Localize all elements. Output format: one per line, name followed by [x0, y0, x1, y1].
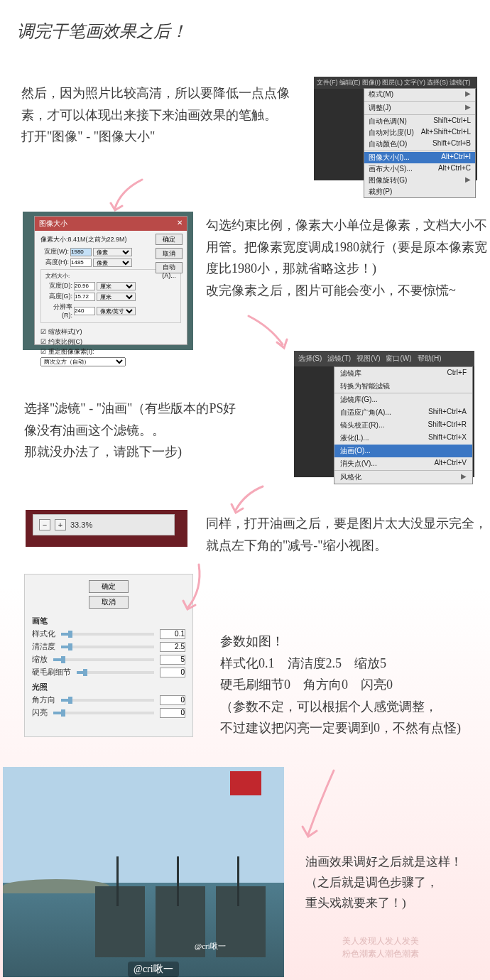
- menu-select2[interactable]: 选择(S): [298, 354, 322, 364]
- step5-text: 参数如图！ 样式化0.1 清洁度2.5 缩放5 硬毛刷细节0 角方向0 闪亮0 …: [220, 631, 483, 739]
- menu-item-crop[interactable]: 裁剪(P): [364, 186, 475, 197]
- angle-input[interactable]: [160, 695, 185, 705]
- constrain-checkbox[interactable]: ☑ 约束比例(C): [40, 337, 181, 347]
- cleanliness-slider[interactable]: [61, 646, 154, 648]
- width-unit[interactable]: 像素: [93, 248, 132, 256]
- menubar: 文件(F) 编辑(E) 图像(I) 图层(L) 文字(Y) 选择(S) 滤镜(T…: [314, 77, 477, 89]
- menu-item-autocontrast[interactable]: 自动对比度(U)Alt+Shift+Ctrl+L: [364, 127, 475, 138]
- angle-slider[interactable]: [61, 699, 154, 702]
- oil-cancel-button[interactable]: 取消: [89, 596, 129, 609]
- result-photo: @cri啾一: [3, 767, 284, 977]
- doc-width-input[interactable]: [74, 282, 95, 290]
- screenshot-imagesize-dialog: 图像大小 ✕ 确定 取消 自动(A)... 像素大小:8.41M(之前为22.9…: [23, 212, 193, 350]
- menu-filter[interactable]: 滤镜(T): [450, 78, 471, 87]
- close-icon[interactable]: ✕: [177, 219, 183, 229]
- resample-checkbox[interactable]: ☑ 重定图像像素(I):: [40, 347, 181, 356]
- step4-text: 同样，打开油画之后，要是图片太大没显示完全，就点左下角的"减号-"缩小视图。: [206, 513, 490, 556]
- watermark: 美人发现人发人发美 粉色潮素人潮色潮素: [342, 935, 419, 960]
- stylization-input[interactable]: [160, 629, 185, 639]
- menu-layer[interactable]: 图层(L): [382, 78, 403, 87]
- shine-slider[interactable]: [53, 712, 154, 714]
- screenshot-image-menu: 文件(F) 编辑(E) 图像(I) 图层(L) 文字(Y) 选择(S) 滤镜(T…: [314, 77, 477, 180]
- bristle-slider[interactable]: [77, 671, 154, 674]
- zoom-in-button[interactable]: +: [55, 519, 66, 530]
- height-unit[interactable]: 像素: [93, 258, 132, 267]
- width-label: 宽度(W):: [40, 247, 69, 256]
- arrow-icon: [298, 767, 348, 845]
- scale-styles-checkbox[interactable]: ☑ 缩放样式(Y): [40, 327, 181, 337]
- step6-text: 油画效果调好之后就是这样！ （之后就是调色步骤了， 重头戏就要来了！): [305, 852, 483, 914]
- filter-menu-dropdown: 滤镜库Ctrl+F 转换为智能滤镜 滤镜库(G)... 自适应广角(A)...S…: [334, 366, 473, 484]
- arrow-icon: [241, 312, 298, 355]
- screenshot-filter-menu: 选择(S) 滤镜(T) 视图(V) 窗口(W) 帮助(H) 滤镜库Ctrl+F …: [294, 351, 474, 477]
- menu-item-canvassize[interactable]: 画布大小(S)...Alt+Ctrl+C: [364, 163, 475, 175]
- image-menu-dropdown: 模式(M)▶ 调整(J)▶ 自动色调(N)Shift+Ctrl+L 自动对比度(…: [364, 88, 476, 198]
- bristle-input[interactable]: [160, 668, 185, 677]
- width-input[interactable]: [70, 248, 92, 256]
- resample-select[interactable]: 两次立方（自动）: [40, 357, 126, 366]
- resolution-input[interactable]: [74, 307, 95, 315]
- shine-input[interactable]: [160, 708, 185, 718]
- page-title: 调完干笔画效果之后！: [17, 20, 187, 43]
- menubar2: 选择(S) 滤镜(T) 视图(V) 窗口(W) 帮助(H): [294, 351, 474, 366]
- screenshot-zoom: − + 33.3%: [24, 508, 189, 548]
- step2-text: 勾选约束比例，像素大小单位是像素，文档大小不用管。把像素宽度调成1980就行（要…: [206, 214, 490, 301]
- menu-item-lens[interactable]: 镜头校正(R)...Shift+Ctrl+R: [334, 419, 472, 432]
- dialog-titlebar: 图像大小 ✕: [35, 217, 187, 231]
- photo-credit: @cri啾一: [195, 941, 226, 952]
- ok-button[interactable]: 确定: [156, 234, 183, 245]
- menu-item-vanishing[interactable]: 消失点(V)...Alt+Ctrl+V: [334, 457, 472, 470]
- height-input[interactable]: [70, 258, 92, 267]
- menu-item-mode[interactable]: 模式(M)▶: [364, 89, 475, 100]
- arrow-icon: [178, 561, 213, 618]
- menu-item-gallery2[interactable]: 滤镜库(G)...: [334, 393, 472, 406]
- zoom-value: 33.3%: [70, 521, 92, 529]
- scale-input[interactable]: [160, 655, 185, 665]
- screenshot-oilpaint-settings: 确定 取消 画笔 样式化 清洁度 缩放 硬毛刷细节 光照 角方向 闪亮: [24, 574, 193, 737]
- menu-item-adjust[interactable]: 调整(J)▶: [364, 102, 475, 114]
- menu-window[interactable]: 窗口(W): [386, 354, 411, 364]
- menu-filter2[interactable]: 滤镜(T): [327, 354, 351, 364]
- menu-item-imagesize[interactable]: 图像大小(I)...Alt+Ctrl+I: [364, 152, 475, 163]
- auto-button[interactable]: 自动(A)...: [156, 262, 183, 273]
- menu-type[interactable]: 文字(Y): [404, 78, 425, 87]
- imagesize-dialog: 图像大小 ✕ 确定 取消 自动(A)... 像素大小:8.41M(之前为22.9…: [34, 216, 187, 345]
- menu-item-filtergallery[interactable]: 滤镜库Ctrl+F: [334, 367, 472, 380]
- step1-text: 然后，因为照片比较高清，所以要降低一点点像素，才可以体现出来接下来油画效果的笔触…: [21, 82, 305, 148]
- arrow-icon: [107, 176, 149, 219]
- doc-height-input[interactable]: [74, 293, 95, 301]
- step3-text: 选择"滤镜" - "油画"（有些版本的PS好像没有油画这个滤镜。。 那就没办法了…: [24, 398, 237, 463]
- lighting-group: 光照: [32, 682, 185, 692]
- height-label: 高度(H):: [40, 258, 69, 267]
- credit: @cri啾一: [128, 962, 179, 977]
- menu-select[interactable]: 选择(S): [427, 78, 448, 87]
- brush-group: 画笔: [32, 616, 185, 626]
- menu-view[interactable]: 视图(V): [356, 354, 380, 364]
- menu-item-oilpaint[interactable]: 油画(O)...: [334, 445, 472, 457]
- oil-ok-button[interactable]: 确定: [89, 580, 129, 593]
- menu-item-smartfilter[interactable]: 转换为智能滤镜: [334, 380, 472, 393]
- menu-item-stylize[interactable]: 风格化▶: [334, 471, 472, 484]
- menu-file[interactable]: 文件(F): [317, 78, 338, 87]
- menu-item-autocolor[interactable]: 自动颜色(O)Shift+Ctrl+B: [364, 138, 475, 150]
- menu-item-wideangle[interactable]: 自适应广角(A)...Shift+Ctrl+A: [334, 406, 472, 419]
- cleanliness-input[interactable]: [160, 642, 185, 652]
- cancel-button[interactable]: 取消: [156, 248, 183, 259]
- stylization-slider[interactable]: [61, 633, 154, 636]
- menu-item-rotate[interactable]: 图像旋转(G)▶: [364, 175, 475, 186]
- menu-edit[interactable]: 编辑(E): [339, 78, 361, 87]
- menu-item-liquify[interactable]: 液化(L)...Shift+Ctrl+X: [334, 432, 472, 445]
- menu-help[interactable]: 帮助(H): [418, 354, 442, 364]
- arrow-icon: [227, 483, 270, 518]
- menu-item-autotone[interactable]: 自动色调(N)Shift+Ctrl+L: [364, 116, 475, 127]
- menu-image[interactable]: 图像(I): [362, 78, 381, 87]
- scale-slider[interactable]: [53, 658, 154, 661]
- zoom-out-button[interactable]: −: [39, 519, 50, 530]
